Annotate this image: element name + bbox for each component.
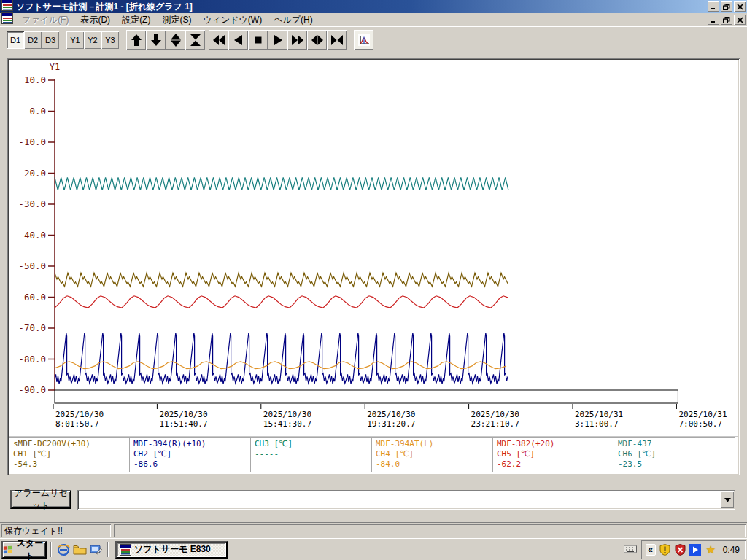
svg-text:-80.0: -80.0 bbox=[18, 354, 46, 365]
alarm-reset-button[interactable]: アラームリセット bbox=[10, 490, 71, 509]
svg-text:11:51:40.7: 11:51:40.7 bbox=[159, 419, 207, 429]
taskbar: スタート ソフトサーモ E830 « ★ 0:49 bbox=[0, 538, 747, 560]
keyboard-icon[interactable] bbox=[624, 543, 637, 556]
scroll-up-button[interactable] bbox=[126, 30, 146, 50]
menu-view[interactable]: 表示(D) bbox=[74, 12, 116, 28]
channel-name: MDF-437 bbox=[618, 439, 731, 449]
fast-forward-button[interactable] bbox=[287, 30, 307, 50]
svg-text:-50.0: -50.0 bbox=[18, 260, 46, 271]
compress-y-scale-button[interactable] bbox=[185, 30, 205, 50]
security-warning-icon[interactable] bbox=[659, 543, 671, 556]
status-bar: 保存ウェイト!! bbox=[0, 522, 747, 538]
windows-logo-icon bbox=[3, 545, 12, 555]
security-alert-icon[interactable] bbox=[674, 543, 686, 556]
channel-name: MDF-382(+20) bbox=[497, 439, 610, 449]
arrow-left-icon bbox=[232, 34, 245, 47]
scroll-down-button[interactable] bbox=[146, 30, 166, 50]
svg-text:2025/10/31: 2025/10/31 bbox=[678, 410, 727, 419]
tray-clock: 0:49 bbox=[723, 545, 740, 555]
channel-value: -86.6 bbox=[133, 459, 247, 470]
svg-text:-20.0: -20.0 bbox=[18, 168, 46, 179]
scroll-right-button[interactable] bbox=[268, 30, 287, 50]
y1-button[interactable]: Y1 bbox=[66, 31, 84, 49]
svg-text:-10.0: -10.0 bbox=[18, 136, 46, 147]
yellow-shield-icon bbox=[659, 544, 670, 556]
svg-text:8:01:50.7: 8:01:50.7 bbox=[55, 419, 99, 429]
y3-button[interactable]: Y3 bbox=[101, 31, 119, 49]
menu-file[interactable]: ファイル(F) bbox=[16, 12, 74, 28]
media-play-icon[interactable] bbox=[689, 543, 702, 556]
start-label: スタート bbox=[15, 537, 45, 560]
channel-value: -84.0 bbox=[376, 459, 489, 470]
menu-measure[interactable]: 測定(S) bbox=[156, 12, 197, 28]
stop-scroll-button[interactable] bbox=[248, 30, 268, 50]
d1-button[interactable]: D1 bbox=[7, 31, 24, 49]
legend-cell-ch4: MDF-394AT(L) CH4 [℃] -84.0 bbox=[372, 438, 493, 472]
graph-settings-button[interactable] bbox=[354, 30, 374, 50]
y2-button[interactable]: Y2 bbox=[84, 31, 101, 49]
mdi-close-button[interactable] bbox=[734, 15, 746, 25]
scroll-left-button[interactable] bbox=[228, 30, 248, 50]
expand-y-scale-button[interactable] bbox=[166, 30, 185, 50]
show-desktop-icon[interactable] bbox=[88, 542, 104, 558]
svg-text:-40.0: -40.0 bbox=[18, 230, 46, 241]
chevron-down-icon bbox=[724, 498, 731, 502]
restore-button[interactable] bbox=[721, 1, 732, 12]
restore-icon bbox=[723, 17, 730, 23]
star-glyph: ★ bbox=[705, 544, 715, 555]
start-button[interactable]: スタート bbox=[1, 541, 47, 559]
close-button[interactable] bbox=[734, 1, 746, 12]
hide-tray-icons-button[interactable]: « bbox=[646, 544, 656, 556]
line-chart: Y110.00.0-10.0-20.0-30.0-40.0-50.0-60.0-… bbox=[9, 60, 735, 435]
svg-text:3:11:00.7: 3:11:00.7 bbox=[575, 419, 619, 429]
mdi-minimize-button[interactable] bbox=[708, 15, 719, 25]
svg-text:2025/10/30: 2025/10/30 bbox=[55, 410, 104, 419]
task-button-label: ソフトサーモ E830 bbox=[134, 543, 211, 556]
title-bar: ソフトサーモ計測－計測1 - [折れ線グラフ 1] bbox=[0, 0, 747, 13]
svg-text:Y1: Y1 bbox=[50, 62, 60, 72]
channel-label: CH6 [℃] bbox=[618, 449, 731, 459]
alarm-combobox[interactable] bbox=[77, 490, 735, 510]
channel-value: -23.5 bbox=[618, 459, 731, 470]
mdi-child-icon[interactable] bbox=[1, 12, 13, 27]
active-task-button[interactable]: ソフトサーモ E830 bbox=[115, 541, 228, 559]
status-extra bbox=[114, 524, 746, 537]
menu-settings[interactable]: 設定(Z) bbox=[116, 12, 156, 28]
legend-cell-ch1: sMDF-DC200V(+30) CH1 [℃] -54.3 bbox=[9, 438, 130, 472]
folder-quick-launch-icon[interactable] bbox=[71, 542, 88, 558]
compress-x-scale-button[interactable] bbox=[327, 30, 347, 50]
double-arrow-left-icon bbox=[212, 34, 225, 47]
close-icon bbox=[737, 17, 743, 23]
keyboard-glyph bbox=[624, 545, 637, 553]
app-icon bbox=[120, 544, 131, 556]
histogram-chart-icon bbox=[357, 34, 371, 47]
red-shield-icon bbox=[675, 544, 686, 556]
internet-explorer-icon[interactable] bbox=[55, 542, 71, 558]
alarm-combobox-field[interactable] bbox=[77, 490, 735, 510]
svg-text:2025/10/30: 2025/10/30 bbox=[159, 410, 207, 419]
svg-text:-60.0: -60.0 bbox=[18, 292, 46, 303]
mdi-restore-button[interactable] bbox=[721, 15, 732, 25]
svg-text:2025/10/30: 2025/10/30 bbox=[263, 410, 311, 419]
window-title: ソフトサーモ計測－計測1 - [折れ線グラフ 1] bbox=[16, 1, 706, 13]
menu-window[interactable]: ウィンドウ(W) bbox=[197, 12, 268, 28]
ie-e-icon bbox=[57, 543, 70, 556]
fast-rewind-button[interactable] bbox=[209, 30, 228, 50]
svg-text:-70.0: -70.0 bbox=[18, 322, 46, 333]
channel-value: ----- bbox=[255, 449, 368, 459]
close-icon bbox=[737, 4, 743, 10]
minimize-icon bbox=[710, 17, 717, 23]
status-message: 保存ウェイト!! bbox=[1, 524, 111, 537]
menu-help[interactable]: ヘルプ(H) bbox=[268, 12, 319, 28]
update-star-icon[interactable]: ★ bbox=[705, 543, 717, 556]
minimize-button[interactable] bbox=[708, 1, 719, 12]
alarm-combobox-drop-button[interactable] bbox=[721, 491, 734, 508]
channel-label: CH1 [℃] bbox=[13, 449, 125, 459]
desktop-pen-icon bbox=[90, 544, 102, 556]
d3-button[interactable]: D3 bbox=[42, 31, 59, 49]
svg-text:7:00:50.7: 7:00:50.7 bbox=[678, 419, 722, 429]
d2-button[interactable]: D2 bbox=[24, 31, 42, 49]
double-arrow-right-icon bbox=[291, 34, 304, 47]
toolbar: D1 D2 D3 Y1 Y2 Y3 bbox=[0, 28, 747, 52]
expand-x-scale-button[interactable] bbox=[307, 30, 327, 50]
